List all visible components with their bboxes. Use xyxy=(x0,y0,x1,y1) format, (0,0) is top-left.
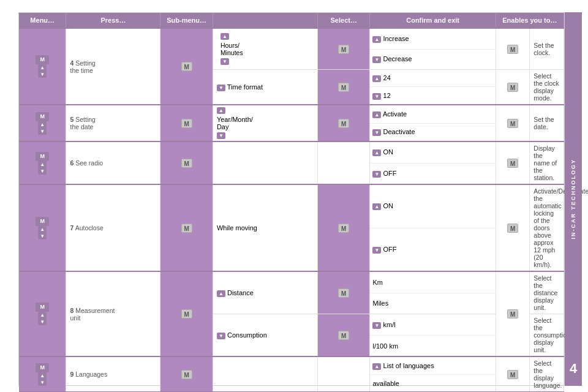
col-menu: Menu… xyxy=(19,13,66,28)
confirm-4a: M xyxy=(496,28,530,70)
submenu-consumption: ▼ Consumption xyxy=(213,314,317,357)
menu-label-8: 8 Measurementunit xyxy=(66,271,160,356)
menu-icon-7: M ▲ ▼ xyxy=(19,184,66,271)
menu-label-9: 9 Languages xyxy=(66,356,160,392)
confirm-4b: M xyxy=(496,70,530,105)
menu-icon-9: M ▲ ▼ xyxy=(19,356,66,392)
submenu-distance: ▲ Distance xyxy=(213,271,317,314)
menu-label-5: 5 Settingthe date xyxy=(66,105,160,141)
col-select: Select… xyxy=(317,13,370,28)
confirm-8: M xyxy=(496,271,530,356)
enables-consumption: Select the consumption display unit. xyxy=(530,314,564,357)
select-24: ▲ 24 xyxy=(370,70,496,87)
press-m-lang xyxy=(317,356,370,392)
press-m-8: M xyxy=(160,271,213,356)
enables-distance: Select the distance display unit. xyxy=(530,271,564,314)
col-press1: Press… xyxy=(66,13,160,28)
col-enables: Enables you to… xyxy=(496,13,564,28)
right-sidebar: IN-CAR TECHNOLOGY 4 xyxy=(565,12,582,386)
col-press2 xyxy=(213,13,317,28)
press-m-hours: M xyxy=(317,28,370,70)
confirm-9: M xyxy=(496,356,530,392)
select-increase: ▲ Increase xyxy=(370,28,496,49)
table-row: M ▲ ▼ 4 Settingthe time M ▲ xyxy=(19,28,564,49)
confirm-7: M xyxy=(496,184,530,271)
select-on-auto: ▲ ON xyxy=(370,184,496,228)
table-wrapper: Menu… Press… Sub-menu… Select… Confirm a… xyxy=(18,12,565,386)
submenu-date: ▲ Year/Month/Day ▼ xyxy=(213,105,317,141)
press-m-6: M xyxy=(160,141,213,184)
table-row: M ▲ ▼ 5 Settingthe date M ▲ Year/Month/D… xyxy=(19,105,564,123)
menu-label-4: 4 Settingthe time xyxy=(66,28,160,105)
press-m-5: M xyxy=(160,105,213,141)
select-lang-dn: available xyxy=(370,375,496,392)
confirm-5: M xyxy=(496,105,530,141)
select-off-radio: ▼ OFF xyxy=(370,163,496,184)
main-table: Menu… Press… Sub-menu… Select… Confirm a… xyxy=(19,13,564,392)
press-m-moving: M xyxy=(317,184,370,271)
confirm-6: M xyxy=(496,141,530,184)
table-row: M ▲ ▼ 9 Languages M ▲ List of langu xyxy=(19,356,564,375)
select-decrease: ▼ Decrease xyxy=(370,49,496,69)
select-km: Km xyxy=(370,271,496,293)
sidebar-number: 4 xyxy=(570,361,577,377)
table-row: M ▲ ▼ 7 Autoclose M While moving xyxy=(19,184,564,228)
press-m-9: M xyxy=(160,356,213,392)
table-row: M ▲ ▼ 8 Measurementunit M ▲ Distance xyxy=(19,271,564,293)
enables-autoclose: Activate/Deactivate the automatic lockin… xyxy=(530,184,564,271)
select-off-auto: ▼ OFF xyxy=(370,228,496,271)
submenu-radio xyxy=(213,141,317,184)
col-submenu: Sub-menu… xyxy=(160,13,213,28)
submenu-timeformat: ▼ Time format xyxy=(213,70,317,105)
select-lang-up: ▲ List of languages xyxy=(370,356,496,375)
menu-icon-5: M ▲ ▼ xyxy=(19,105,66,141)
press-m-4: M xyxy=(160,28,213,105)
menu-label-6: 6 See radio xyxy=(66,141,160,184)
enables-clock: Set the clock. xyxy=(530,28,564,70)
main-content: Menu… Press… Sub-menu… Select… Confirm a… xyxy=(0,0,588,392)
press-m-7: M xyxy=(160,184,213,271)
select-l100km: l/100 km xyxy=(370,336,496,356)
select-kml: ▼ km/l xyxy=(370,314,496,336)
press-m-date: M xyxy=(317,105,370,141)
submenu-lang xyxy=(213,356,317,392)
table-row: M ▲ ▼ 6 See radio M ▲ ON xyxy=(19,141,564,163)
menu-icon-8: M ▲ ▼ xyxy=(19,271,66,356)
select-12: ▼ 12 xyxy=(370,87,496,105)
menu-icon-6: M ▲ ▼ xyxy=(19,141,66,184)
press-m-consumption: M xyxy=(317,314,370,357)
submenu-hours: ▲ Hours/Minutes ▼ xyxy=(213,28,317,70)
press-m-radio xyxy=(317,141,370,184)
enables-date: Set the date. xyxy=(530,105,564,141)
enables-lang: Select the display language. xyxy=(530,356,564,392)
select-miles: Miles xyxy=(370,293,496,314)
menu-icon-4: M ▲ ▼ xyxy=(19,28,66,105)
press-m-timeformat: M xyxy=(317,70,370,105)
enables-clockmode: Select the clock display mode. xyxy=(530,70,564,105)
submenu-moving: While moving xyxy=(213,184,317,271)
press-m-distance: M xyxy=(317,271,370,314)
sidebar-label: IN-CAR TECHNOLOGY xyxy=(570,159,576,239)
select-activate: ▲ Activate xyxy=(370,105,496,123)
select-deactivate: ▼ Deactivate xyxy=(370,123,496,141)
enables-radio: Display the name of the station. xyxy=(530,141,564,184)
col-confirm: Confirm and exit xyxy=(370,13,496,28)
menu-label-7: 7 Autoclose xyxy=(66,184,160,271)
select-on-radio: ▲ ON xyxy=(370,141,496,163)
